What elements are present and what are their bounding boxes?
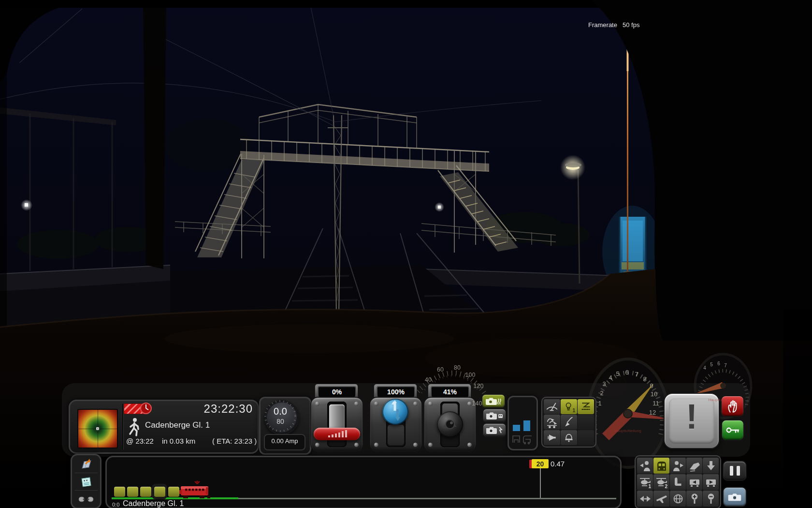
coupling-left-button[interactable] (686, 474, 702, 490)
globe-icon (672, 493, 684, 505)
gauge-number: 5 (616, 370, 619, 377)
signal-plus-button[interactable] (686, 491, 702, 507)
reverser-handle[interactable] (382, 399, 408, 425)
cab-camera-icon (485, 397, 502, 405)
gauge-number: 9 (650, 382, 653, 389)
wagon (127, 487, 138, 497)
wiper-icon (545, 401, 559, 413)
passenger-view-button[interactable] (670, 474, 686, 490)
pause-button[interactable] (723, 461, 747, 481)
brake-indicator-panel (508, 396, 538, 450)
departure-time: @ 23:22 (126, 437, 154, 445)
opposite-wedges-icon (639, 493, 652, 505)
gauge-number: 6 (717, 361, 720, 366)
brake-handle[interactable] (437, 411, 463, 437)
speed-limit: 80 (264, 418, 296, 425)
alerter-exclamation: ! (665, 397, 719, 436)
brake-value: 41% (443, 388, 457, 396)
camera-down-button[interactable] (703, 458, 719, 474)
couplers-icon (78, 493, 94, 505)
throttle-value: 0% (332, 388, 342, 396)
coupling-button[interactable] (72, 491, 100, 508)
bottom-left-stack (71, 454, 102, 508)
speedometer-panel: 0.0 80 0.00 Amp (259, 397, 311, 455)
player-loco-icon[interactable] (179, 480, 211, 500)
pantograph-button[interactable] (544, 415, 560, 430)
reverser-lever[interactable] (369, 397, 422, 452)
reverser-value-box: 100% (377, 386, 415, 398)
signal-plus-icon (688, 493, 701, 505)
cab-view-button[interactable] (653, 458, 669, 474)
brake-bar-1 (513, 425, 520, 431)
marker-line (540, 468, 541, 498)
gauge-number: 5 (710, 362, 713, 367)
gauge-number: 60 (437, 366, 444, 373)
gauge-number: 7 (724, 363, 727, 368)
reverser-arrows-icon (382, 399, 408, 425)
throttle-lever[interactable] (310, 397, 363, 452)
gauge-number: 40 (425, 376, 432, 383)
firebox-shovel-button[interactable] (561, 415, 577, 430)
brake-bar-2 (523, 420, 530, 431)
assignments-button[interactable] (72, 473, 100, 490)
free-camera-button[interactable] (482, 423, 507, 437)
pantograph-icon (545, 416, 559, 429)
screenshot-camera-icon (727, 492, 742, 502)
cab-camera-button[interactable] (481, 394, 506, 408)
head-out-left-button[interactable] (637, 458, 653, 474)
pause-icon (730, 466, 733, 476)
cab-view-icon (655, 460, 668, 472)
wipers-button[interactable] (544, 399, 560, 414)
master-key-button[interactable] (721, 419, 744, 441)
reverser-value: 100% (387, 388, 405, 396)
helicopter-1-button[interactable]: 1 (637, 474, 653, 490)
map-icon (79, 457, 93, 471)
fly-by-button[interactable] (653, 491, 669, 507)
bell-button[interactable] (561, 430, 577, 445)
gauge-number: 80 (454, 364, 461, 371)
external-view-button[interactable] (686, 458, 702, 474)
gauge-number: 7 (635, 371, 638, 378)
coupling-right-button[interactable] (703, 474, 719, 490)
clock-display: 23:22:30 (204, 402, 253, 416)
yard-view-button[interactable] (637, 491, 653, 507)
empty-cell (578, 415, 594, 430)
quick-drive-map-button[interactable] (72, 455, 100, 473)
free-roam-button[interactable] (670, 491, 686, 507)
gauge-number: 8 (643, 375, 646, 383)
timer-clock-icon (140, 402, 152, 415)
head-out-right-button[interactable] (670, 458, 686, 474)
target-tracker[interactable] (77, 409, 118, 448)
speed-limit-marker[interactable]: 20 (532, 459, 549, 468)
sander-button[interactable] (578, 399, 594, 414)
gauge-label: Hauptluftbehälter (709, 398, 738, 402)
throttle-handle[interactable] (314, 428, 360, 440)
gauge-number: 1 (598, 400, 601, 407)
external-camera-icon (486, 411, 503, 420)
signal-minus-button[interactable] (703, 491, 719, 507)
track-next-stop: Cadenberge Gl. 1 (123, 499, 184, 508)
sander-icon (580, 401, 592, 413)
gauge-label: Hauptluftleitung (614, 429, 641, 433)
car-left-icon (688, 476, 701, 489)
screenshot-button[interactable] (723, 487, 747, 507)
helicopter-2-button[interactable]: 2 (653, 474, 669, 490)
external-train-icon (688, 460, 701, 472)
track-monitor: 20 0.47 0:0 Cadenberge Gl. 1 (105, 456, 622, 508)
external-camera-button[interactable] (482, 408, 507, 423)
brake-lever[interactable] (423, 397, 477, 452)
track-line-ahead (238, 498, 616, 499)
signal-minus-icon (705, 493, 717, 505)
framerate-value: 50 fps (623, 21, 639, 29)
throttle-bars-icon (314, 428, 360, 440)
camera-view-grid: 1 2 (635, 455, 721, 508)
headlights-button[interactable]: 1 (561, 399, 577, 414)
brake-lever-group: 41% (423, 382, 475, 451)
cab-left-pillar (143, 0, 166, 269)
brake-panel-icons (512, 433, 533, 445)
horn-icon (546, 432, 558, 444)
horn-button[interactable] (544, 430, 560, 445)
gauge-number: 120 (474, 383, 484, 389)
gauge-number: 10 (651, 390, 657, 398)
reverser-lever-group: 100% (369, 382, 420, 451)
